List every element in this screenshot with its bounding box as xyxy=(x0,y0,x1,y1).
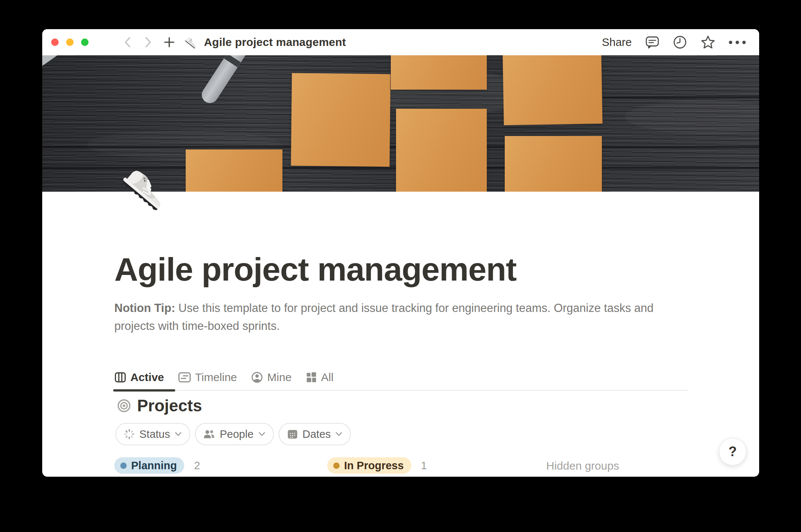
status-spinner-icon xyxy=(124,429,135,440)
close-window-button[interactable] xyxy=(51,38,59,46)
chevron-down-icon xyxy=(174,432,182,437)
page-title: Agile project management xyxy=(114,250,697,289)
target-icon xyxy=(117,399,131,413)
hamburger-menu-icon[interactable] xyxy=(99,37,112,47)
chevron-down-icon xyxy=(335,432,343,437)
share-button[interactable]: Share xyxy=(602,36,632,49)
section-title: Projects xyxy=(137,397,202,415)
window-titlebar: Agile project management Share xyxy=(42,29,759,55)
tab-label: Active xyxy=(130,371,164,384)
status-dot xyxy=(120,463,127,469)
calendar-icon xyxy=(287,429,298,440)
tab-timeline[interactable]: Timeline xyxy=(178,371,237,384)
chevron-down-icon xyxy=(258,432,266,437)
status-dot xyxy=(333,463,340,469)
ellipsis-icon[interactable] xyxy=(729,41,746,44)
marker-pen xyxy=(199,55,257,106)
active-tab-underline xyxy=(113,389,175,392)
board-group-row: Planning 2 In Progress 1 Hidden groups xyxy=(42,457,759,475)
chip-label: People xyxy=(220,428,253,440)
group-count: 2 xyxy=(194,460,200,472)
tab-all[interactable]: All xyxy=(306,371,333,384)
view-tabs: Active Timeline Mine xyxy=(114,365,688,391)
traffic-lights xyxy=(51,38,89,46)
timeline-icon xyxy=(178,372,191,383)
status-badge[interactable]: Planning xyxy=(114,457,184,474)
board-group-planning: Planning 2 xyxy=(114,457,200,474)
forward-icon[interactable] xyxy=(143,37,152,48)
sticky-note xyxy=(186,149,282,192)
status-filter-chip[interactable]: Status xyxy=(115,423,190,445)
notion-tip-label: Notion Tip: xyxy=(114,301,175,315)
board-columns-icon xyxy=(114,371,126,383)
chip-label: Status xyxy=(139,428,170,440)
history-clock-icon[interactable] xyxy=(673,35,687,49)
sticky-note xyxy=(391,55,487,90)
back-icon[interactable] xyxy=(123,37,132,48)
tab-active[interactable]: Active xyxy=(114,371,164,384)
notion-tip-paragraph: Notion Tip: Use this template to for pro… xyxy=(114,299,693,335)
tab-mine[interactable]: Mine xyxy=(251,371,291,384)
people-icon xyxy=(203,429,215,439)
star-icon[interactable] xyxy=(701,35,715,49)
sticky-note xyxy=(396,109,487,192)
projects-section-heading: Projects xyxy=(117,397,202,415)
person-circle-icon xyxy=(251,371,263,383)
new-tab-icon[interactable] xyxy=(164,37,175,48)
window-page-title: Agile project management xyxy=(204,36,346,49)
tab-label: Mine xyxy=(267,371,291,384)
hidden-groups-button[interactable]: Hidden groups xyxy=(546,460,619,472)
screenshot-canvas: { "titlebar": { "page_title": "Agile pro… xyxy=(0,0,801,532)
status-badge[interactable]: In Progress xyxy=(327,457,411,474)
dates-filter-chip[interactable]: Dates xyxy=(279,423,351,445)
board-group-in-progress: In Progress 1 xyxy=(327,457,427,474)
sneaker-icon xyxy=(184,34,200,50)
minimize-window-button[interactable] xyxy=(66,38,74,46)
wood-grain xyxy=(625,100,759,134)
page-icon-sneaker[interactable] xyxy=(116,158,174,220)
comment-icon[interactable] xyxy=(645,35,659,49)
chip-label: Dates xyxy=(303,428,331,440)
tab-label: All xyxy=(321,371,333,384)
wood-seam xyxy=(603,96,759,98)
filter-chips: Status People xyxy=(115,423,351,445)
sticky-note xyxy=(502,55,602,125)
grid-icon xyxy=(306,372,317,383)
status-badge-label: In Progress xyxy=(344,460,404,472)
notion-tip-text: Use this template to for project and iss… xyxy=(114,301,653,332)
people-filter-chip[interactable]: People xyxy=(195,423,273,445)
notion-window: Agile project management Share xyxy=(42,29,759,477)
help-button[interactable]: ? xyxy=(719,438,746,466)
sticky-note xyxy=(291,73,391,167)
group-count: 1 xyxy=(421,460,427,472)
status-badge-label: Planning xyxy=(131,460,177,472)
desk-object xyxy=(42,55,67,70)
sticky-note xyxy=(505,136,602,192)
tab-label: Timeline xyxy=(195,371,237,384)
zoom-window-button[interactable] xyxy=(81,38,89,46)
